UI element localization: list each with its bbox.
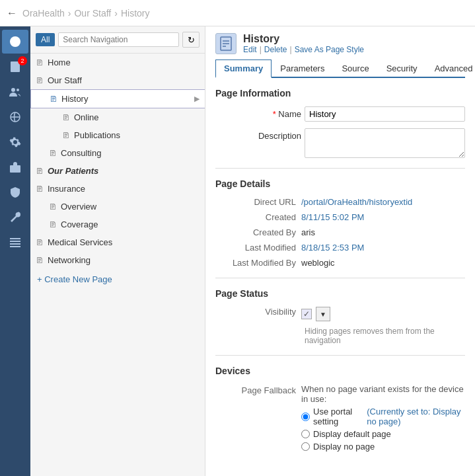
nav-item-insurance[interactable]: 🖹 Insurance — [30, 180, 205, 198]
option3-label[interactable]: Display no page — [301, 442, 465, 452]
nav-item-label: Coverage — [61, 219, 98, 229]
page-icon: 🖹 — [49, 202, 57, 212]
breadcrumb-history[interactable]: History — [121, 8, 150, 19]
svg-rect-9 — [10, 246, 20, 247]
nav-item-consulting[interactable]: 🖹 Consulting — [30, 144, 205, 162]
nav-icon-globe[interactable] — [2, 105, 28, 129]
nav-icon-pages[interactable]: 2 — [2, 55, 28, 79]
page-title: History — [243, 33, 364, 45]
edit-link[interactable]: Edit — [243, 45, 257, 54]
nav-item-publications[interactable]: 🖹 Publications — [30, 126, 205, 144]
page-header-text: History Edit | Delete | Save As Page Sty… — [243, 33, 364, 54]
nav-item-label: Consulting — [61, 148, 101, 158]
breadcrumb-ourstaff[interactable]: Our Staff — [74, 8, 111, 19]
created-by-value: aris — [301, 227, 315, 237]
nav-item-label: Networking — [48, 255, 91, 265]
tab-security[interactable]: Security — [378, 60, 426, 78]
main-layout: 2 All ↻ 🖹 — [0, 26, 475, 476]
save-as-page-style-link[interactable]: Save As Page Style — [295, 45, 364, 54]
breadcrumb-orahealth[interactable]: OraHealth — [22, 8, 65, 19]
nav-panel: All ↻ 🖹 Home 🖹 Our Staff 🖹 History ▶ 🖹 O… — [30, 26, 205, 476]
last-modified-by-value: weblogic — [301, 258, 335, 268]
create-new-page[interactable]: + Create New Page — [30, 269, 205, 290]
direct-url-label: Direct URL — [215, 197, 301, 207]
page-fallback-row: Page Fallback When no page variant exist… — [215, 384, 465, 452]
nav-item-home[interactable]: 🖹 Home — [30, 54, 205, 71]
nav-icon-wrench[interactable] — [2, 206, 28, 229]
nav-item-our-staff[interactable]: 🖹 Our Staff — [30, 71, 205, 89]
page-icon: 🖹 — [36, 238, 44, 247]
nav-item-medical-services[interactable]: 🖹 Medical Services — [30, 233, 205, 251]
divider1 — [215, 168, 465, 169]
nav-item-label: Online — [74, 112, 99, 122]
tab-parameters[interactable]: Parameters — [272, 60, 333, 78]
last-modified-value: 8/18/15 2:53 PM — [301, 243, 364, 253]
created-label: Created — [215, 212, 301, 222]
search-input[interactable] — [58, 32, 179, 47]
breadcrumb-sep1: › — [68, 8, 71, 19]
nav-icon-home[interactable] — [2, 30, 28, 54]
page-status-title: Page Status — [215, 288, 465, 299]
option2-radio[interactable] — [301, 430, 310, 438]
svg-rect-6 — [10, 238, 20, 239]
option1-label[interactable]: Use portal setting (Currently set to: Di… — [301, 407, 465, 426]
name-input[interactable] — [305, 106, 465, 122]
option1-radio[interactable] — [301, 413, 310, 421]
nav-item-history[interactable]: 🖹 History ▶ — [30, 89, 205, 108]
back-button[interactable]: ← — [7, 7, 17, 19]
nav-icon-shield[interactable] — [2, 180, 28, 204]
visibility-checkbox[interactable]: ✓ — [301, 309, 312, 319]
tab-summary[interactable]: Summary — [215, 60, 272, 78]
svg-rect-8 — [10, 243, 20, 245]
option1-link: (Currently set to: Display no page) — [367, 407, 465, 426]
name-label: Name — [215, 106, 301, 119]
created-value: 8/11/15 5:02 PM — [301, 212, 364, 222]
devices-title: Devices — [215, 366, 465, 376]
nav-icon-briefcase[interactable] — [2, 155, 28, 179]
nav-item-networking[interactable]: 🖹 Networking — [30, 251, 205, 269]
option3-radio[interactable] — [301, 442, 310, 451]
fallback-desc: When no page variant exists for the devi… — [301, 384, 465, 404]
visibility-controls: ✓ ▼ — [301, 307, 330, 321]
nav-item-our-patients[interactable]: 🖹 Our Patients — [30, 162, 205, 180]
all-button[interactable]: All — [36, 33, 55, 46]
nav-item-label: Insurance — [48, 184, 85, 194]
page-actions: Edit | Delete | Save As Page Style — [243, 45, 364, 54]
hiding-text: Hiding pages removes them from the navig… — [305, 327, 465, 345]
visibility-label: Visibility — [215, 307, 301, 321]
tab-advanced[interactable]: Advanced — [426, 60, 475, 78]
page-icon-blue: 🖹 — [50, 95, 57, 104]
nav-item-online[interactable]: 🖹 Online — [30, 108, 205, 126]
last-modified-by-label: Last Modified By — [215, 258, 301, 268]
description-textarea[interactable] — [305, 128, 465, 158]
nav-item-coverage[interactable]: 🖹 Coverage — [30, 216, 205, 233]
nav-icon-settings[interactable] — [2, 130, 28, 154]
nav-icon-users[interactable] — [2, 80, 28, 104]
nav-item-label: Home — [48, 58, 71, 67]
svg-rect-7 — [10, 241, 20, 242]
visibility-dropdown[interactable]: ▼ — [316, 307, 330, 321]
svg-point-3 — [17, 89, 19, 91]
nav-item-overview[interactable]: 🖹 Overview — [30, 198, 205, 216]
name-row: Name — [215, 106, 465, 122]
delete-link[interactable]: Delete — [264, 45, 287, 54]
direct-url-row: Direct URL /portal/OraHealth/historyexti… — [215, 197, 465, 207]
page-icon: 🖹 — [49, 220, 57, 229]
last-modified-by-row: Last Modified By weblogic — [215, 258, 465, 268]
option2-label[interactable]: Display default page — [301, 429, 465, 439]
icon-bar: 2 — [0, 26, 30, 476]
tabs: Summary Parameters Source Security Advan… — [215, 60, 465, 78]
created-by-label: Created By — [215, 227, 301, 237]
last-modified-label: Last Modified — [215, 243, 301, 253]
direct-url-value[interactable]: /portal/OraHealth/historyextid — [301, 197, 412, 207]
breadcrumb-sep2: › — [114, 8, 118, 19]
page-fallback-label: Page Fallback — [215, 384, 301, 395]
description-row: Description — [215, 128, 465, 158]
nav-toolbar: All ↻ — [30, 26, 205, 54]
tab-source[interactable]: Source — [333, 60, 377, 78]
created-row: Created 8/11/15 5:02 PM — [215, 212, 465, 222]
svg-rect-5 — [10, 165, 20, 173]
page-icon: 🖹 — [36, 256, 44, 265]
nav-icon-list[interactable] — [2, 231, 28, 255]
refresh-button[interactable]: ↻ — [182, 32, 200, 48]
